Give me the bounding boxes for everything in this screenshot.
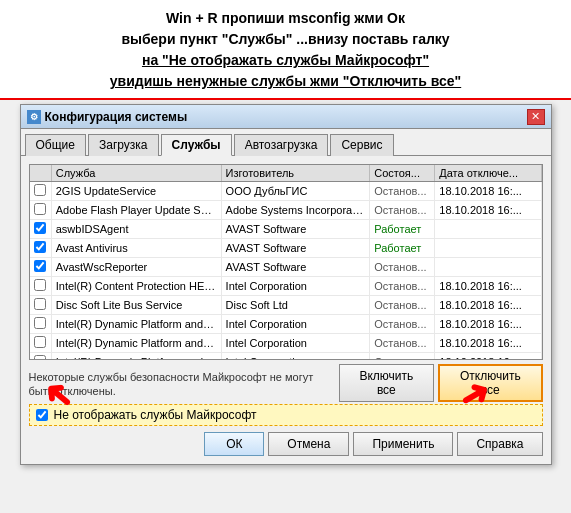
row-date: 18.10.2018 16:... (435, 277, 541, 296)
row-service: 2GIS UpdateService (51, 182, 221, 201)
row-date: 18.10.2018 16:... (435, 182, 541, 201)
row-checkbox-cell[interactable] (30, 220, 52, 239)
table-row: Adobe Flash Player Update Service Adobe … (30, 201, 542, 220)
row-service: AvastWscReporter (51, 258, 221, 277)
help-button[interactable]: Справка (457, 432, 542, 456)
table-row: Intel(R) Dynamic Platform and T... Intel… (30, 353, 542, 361)
row-status: Останов... (370, 315, 435, 334)
table-row: Intel(R) Dynamic Platform and T... Intel… (30, 334, 542, 353)
window-title: Конфигурация системы (45, 110, 188, 124)
row-checkbox-cell[interactable] (30, 334, 52, 353)
col-date-header[interactable]: Дата отключе... (435, 165, 541, 182)
row-manufacturer: Intel Corporation (221, 315, 370, 334)
col-manufacturer-header[interactable]: Изготовитель (221, 165, 370, 182)
tab-bar: Общие Загрузка Службы Автозагрузка Серви… (21, 129, 551, 156)
row-checkbox[interactable] (34, 241, 46, 253)
services-tbody: 2GIS UpdateService ООО ДубльГИС Останов.… (30, 182, 542, 361)
row-status: Останов... (370, 201, 435, 220)
table-row: Intel(R) Content Protection HEC... Intel… (30, 277, 542, 296)
msconfig-window: ⚙ Конфигурация системы ✕ Общие Загрузка … (20, 104, 552, 465)
row-checkbox-cell[interactable] (30, 182, 52, 201)
row-checkbox-cell[interactable] (30, 258, 52, 277)
close-button[interactable]: ✕ (527, 109, 545, 125)
row-checkbox-cell[interactable] (30, 277, 52, 296)
row-checkbox-cell[interactable] (30, 315, 52, 334)
row-manufacturer: AVAST Software (221, 239, 370, 258)
col-check (30, 165, 52, 182)
row-status: Останов... (370, 182, 435, 201)
row-date (435, 258, 541, 277)
row-service: Avast Antivirus (51, 239, 221, 258)
row-manufacturer: Intel Corporation (221, 353, 370, 361)
row-status: Останов... (370, 353, 435, 361)
enable-all-button[interactable]: Включить все (339, 364, 435, 402)
row-service: Intel(R) Dynamic Platform and T... (51, 334, 221, 353)
row-service: aswbIDSAgent (51, 220, 221, 239)
row-service: Intel(R) Dynamic Platform and T... (51, 315, 221, 334)
row-manufacturer: Disc Soft Ltd (221, 296, 370, 315)
ok-button[interactable]: ОК (204, 432, 264, 456)
dialog-buttons: ОК Отмена Применить Справка (29, 432, 543, 456)
window-icon: ⚙ (27, 110, 41, 124)
row-checkbox-cell[interactable] (30, 296, 52, 315)
row-checkbox[interactable] (34, 298, 46, 310)
table-header-row: Служба Изготовитель Состоя... Дата отклю… (30, 165, 542, 182)
col-service-header[interactable]: Служба (51, 165, 221, 182)
row-service: Intel(R) Dynamic Platform and T... (51, 353, 221, 361)
row-date: 18.10.2018 16:... (435, 353, 541, 361)
row-checkbox[interactable] (34, 336, 46, 348)
tab-tools[interactable]: Сервис (330, 134, 393, 156)
row-checkbox[interactable] (34, 355, 46, 360)
row-service: Disc Soft Lite Bus Service (51, 296, 221, 315)
instruction-header: Win + R пропиши msconfig жми Ок выбери п… (0, 0, 571, 100)
row-status: Останов... (370, 258, 435, 277)
row-checkbox[interactable] (34, 279, 46, 291)
row-manufacturer: AVAST Software (221, 258, 370, 277)
cancel-button[interactable]: Отмена (268, 432, 349, 456)
row-status: Работает (370, 239, 435, 258)
hide-ms-services-label[interactable]: Не отображать службы Майкрософт (54, 408, 257, 422)
row-checkbox[interactable] (34, 260, 46, 272)
row-checkbox[interactable] (34, 222, 46, 234)
services-table: Служба Изготовитель Состоя... Дата отклю… (30, 165, 542, 360)
row-status: Останов... (370, 277, 435, 296)
table-row: Avast Antivirus AVAST Software Работает (30, 239, 542, 258)
instruction-line4: увидишь ненужные службы жми "Отключить в… (12, 71, 559, 92)
instruction-line1: Win + R пропиши msconfig жми Ок (12, 8, 559, 29)
row-checkbox[interactable] (34, 317, 46, 329)
tab-general[interactable]: Общие (25, 134, 86, 156)
row-checkbox[interactable] (34, 203, 46, 215)
row-date: 18.10.2018 16:... (435, 296, 541, 315)
row-date: 18.10.2018 16:... (435, 201, 541, 220)
tab-boot[interactable]: Загрузка (88, 134, 159, 156)
row-manufacturer: Intel Corporation (221, 277, 370, 296)
enable-disable-buttons: Включить все Отключить все (339, 364, 543, 402)
row-service: Adobe Flash Player Update Service (51, 201, 221, 220)
table-row: 2GIS UpdateService ООО ДубльГИС Останов.… (30, 182, 542, 201)
row-checkbox-cell[interactable] (30, 353, 52, 361)
row-date: 18.10.2018 16:... (435, 334, 541, 353)
row-service: Intel(R) Content Protection HEC... (51, 277, 221, 296)
row-checkbox[interactable] (34, 184, 46, 196)
row-status: Останов... (370, 334, 435, 353)
row-manufacturer: ООО ДубльГИС (221, 182, 370, 201)
row-checkbox-cell[interactable] (30, 239, 52, 258)
table-row: Disc Soft Lite Bus Service Disc Soft Ltd… (30, 296, 542, 315)
instruction-line4-text: увидишь ненужные службы жми "Отключить в… (110, 73, 461, 89)
services-table-container[interactable]: Служба Изготовитель Состоя... Дата отклю… (29, 164, 543, 360)
row-manufacturer: Intel Corporation (221, 334, 370, 353)
row-date (435, 220, 541, 239)
tab-services[interactable]: Службы (161, 134, 232, 156)
row-date: 18.10.2018 16:... (435, 315, 541, 334)
apply-button[interactable]: Применить (353, 432, 453, 456)
title-bar-left: ⚙ Конфигурация системы (27, 110, 188, 124)
row-manufacturer: AVAST Software (221, 220, 370, 239)
tab-startup[interactable]: Автозагрузка (234, 134, 329, 156)
row-status: Останов... (370, 296, 435, 315)
row-checkbox-cell[interactable] (30, 201, 52, 220)
window-content: Служба Изготовитель Состоя... Дата отклю… (21, 156, 551, 464)
table-row: AvastWscReporter AVAST Software Останов.… (30, 258, 542, 277)
col-status-header[interactable]: Состоя... (370, 165, 435, 182)
row-manufacturer: Adobe Systems Incorporated (221, 201, 370, 220)
instruction-line2: выбери пункт "Службы" ...внизу поставь г… (12, 29, 559, 50)
